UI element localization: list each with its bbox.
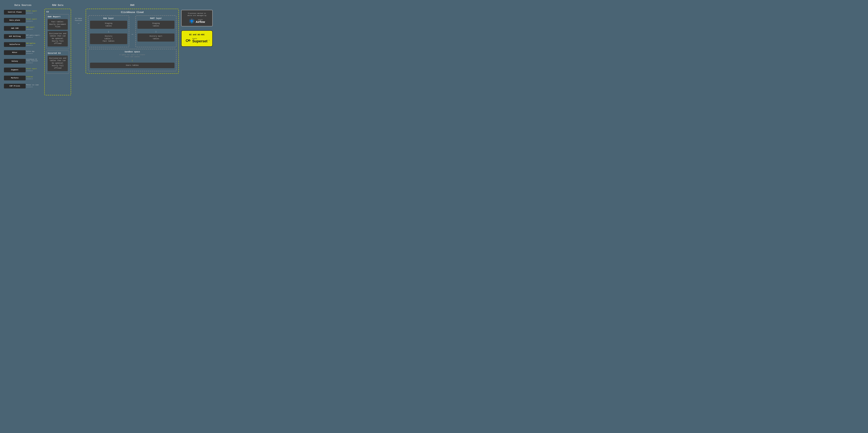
svg-point-1 [191,20,193,22]
fact-tables-box: Fact tables: Hourly increment files [48,19,68,30]
label-arrow-csp: Manual csv load ————→ [26,84,42,88]
airflow-section: Processes marked in white are managed by [181,10,213,26]
source-gcp-billing: GCP Billing [4,34,26,39]
mart-layer-box: MART layer Staging tables ↓ History mart… [135,16,177,47]
source-segment: Segment [4,67,26,72]
data-sources-column: Data Sources Control Plane Direct export… [4,4,42,90]
superset-brand: Apache [192,38,197,39]
secured-s3-box: Secured S3 Dictionaries and tables that … [46,51,69,74]
export-label: ClickHouse S3 Table function [26,58,42,62]
arrow-right-icon: ————→ [26,44,42,47]
source-csp-prices: CSP Prices [4,84,26,88]
label-arrow-segment: Direct export ————→ [26,68,42,72]
down-arrow-icon: ↓ [90,59,175,62]
mart-layer-title: MART layer [137,17,175,20]
superset-trademark: ™ [209,40,210,41]
export-label: Direct export [26,68,42,69]
dwh-column: DWH ClickHouse Cloud RAW layer Staging t… [86,4,179,74]
secured-dict-box: Dictionaries and tables that can be upda… [48,56,68,71]
raw-mart-arrow: → [131,21,134,47]
label-arrow-m3ter: Python App ————→ [26,51,42,55]
dwh-header: DWH [86,4,179,7]
export-label: AWS export [26,26,42,28]
superset-name-col: Apache Superset [192,38,208,44]
superset-name: Superset [192,39,208,44]
arrow-right-icon: → [131,33,133,36]
clickhouse-title: ClickHouse Cloud [88,11,177,14]
sandbox-title: Sandbox space [90,51,175,53]
list-item: AWS CUR AWS export ————→ [4,25,42,32]
arrow-right-icon: ————→ [26,28,42,30]
raw-layer-box: RAW layer Staging tables ↓ History table… [88,16,129,47]
list-item: Segment Direct export ————→ [4,66,42,74]
export-label: Direct export [26,18,42,20]
arrow-right-icon: ————→ [26,69,42,72]
list-item: GCP Billing GCP query export: ————→ [4,33,42,40]
source-data-plane: Data plane [4,18,26,23]
dictionaries-box: Dictionaries and tables that can be upda… [48,31,68,47]
arrow-right-icon: → [78,22,79,25]
export-label: AWS AppFlow [26,42,42,44]
s3-title: S3 [46,11,69,13]
superset-box: BI and AD-HOC Apache Superset ™ [181,30,213,47]
airflow-note: Processes marked in white are managed by [184,12,210,17]
export-label: Fivetran [26,76,42,78]
down-arrow-icon: ↓ [90,30,127,33]
s3-dwh-connector: S3 TableFunction → [73,18,83,25]
main-layout: Data Sources Control Plane Direct export… [4,4,213,97]
label-arrow-marketo: Fivetran ————→ [26,76,42,80]
mart-history-tables: History mart tables [137,33,175,41]
source-aws-cur: AWS CUR [4,26,26,31]
raw-data-header: RAW Data [44,4,71,7]
airflow-brand: Apache Airflow [196,19,205,24]
arrow-right-icon: ————→ [26,20,42,22]
sandbox-box: Sandbox space A space for users to creat… [88,49,177,71]
superset-icon [184,38,191,42]
superset-bi-label: BI and AD-HOC [184,34,210,36]
airflow-logo: Apache Airflow [184,18,210,24]
right-column: Processes marked in white are managed by [181,4,213,47]
layers-row: RAW layer Staging tables ↓ History table… [88,16,177,47]
list-item: CSP Prices Manual csv load ————→ [4,83,42,90]
source-m3ter: M3ter [4,50,26,55]
sandbox-section: Sandbox space A space for users to creat… [88,49,177,71]
users-tables-box: Users tables [90,63,175,68]
label-arrow-aws-cur: AWS export ————→ [26,26,42,30]
label-arrow-control-plane: Direct export ————→ [26,10,42,14]
list-item: Galaxy ClickHouse S3 Table function ————… [4,57,42,65]
source-salesforce: Salesforce [4,42,26,47]
s3-function-label: S3 TableFunction [75,18,82,22]
arrow-right-icon: ————→ [26,52,42,55]
label-arrow-data-plane: Direct export ————→ [26,18,42,22]
airflow-box: Processes marked in white are managed by [181,10,213,26]
raw-staging-tables: Staging tables [90,21,127,29]
arrow-right-icon: ————→ [26,86,42,88]
label-arrow-gcp: GCP query export: ————→ [26,34,42,38]
raw-layer-title: RAW layer [90,17,127,20]
arrow-right-icon: ————→ [26,36,42,38]
airflow-name: Airflow [196,20,205,24]
arrow-right-icon: ————→ [26,78,42,80]
list-item: Marketo Fivetran ————→ [4,75,42,82]
dwh-report-title: DWH Report [48,16,68,18]
arrow-right-icon: ————→ [26,62,42,64]
export-label: Direct export [26,10,42,12]
export-label: GCP query export: [26,34,42,36]
s3-outer-box: S3 DWH Report Fact tables: Hourly increm… [44,9,71,95]
secured-s3-title: Secured S3 [48,52,68,54]
source-marketo: Marketo [4,76,26,80]
airflow-icon [189,18,195,24]
arrow-right-icon: ————→ [26,12,42,14]
clickhouse-cloud-box: ClickHouse Cloud RAW layer Staging table… [86,9,179,74]
dwh-report-box: DWH Report Fact tables: Hourly increment… [46,14,69,49]
data-sources-header: Data Sources [4,4,42,7]
sources-list: Control Plane Direct export ————→ Data p… [4,9,42,90]
label-arrow-galaxy: ClickHouse S3 Table function ————→ [26,58,42,64]
source-galaxy: Galaxy [4,59,26,64]
s3-column: RAW Data S3 DWH Report Fact tables: Hour… [44,4,71,97]
superset-logo: Apache Superset ™ [184,38,210,44]
label-arrow-salesforce: AWS AppFlow ————→ [26,42,42,47]
source-control-plane: Control Plane [4,10,26,15]
raw-history-tables: History tables / Fact tables [90,33,127,44]
list-item: M3ter Python App ————→ [4,49,42,56]
